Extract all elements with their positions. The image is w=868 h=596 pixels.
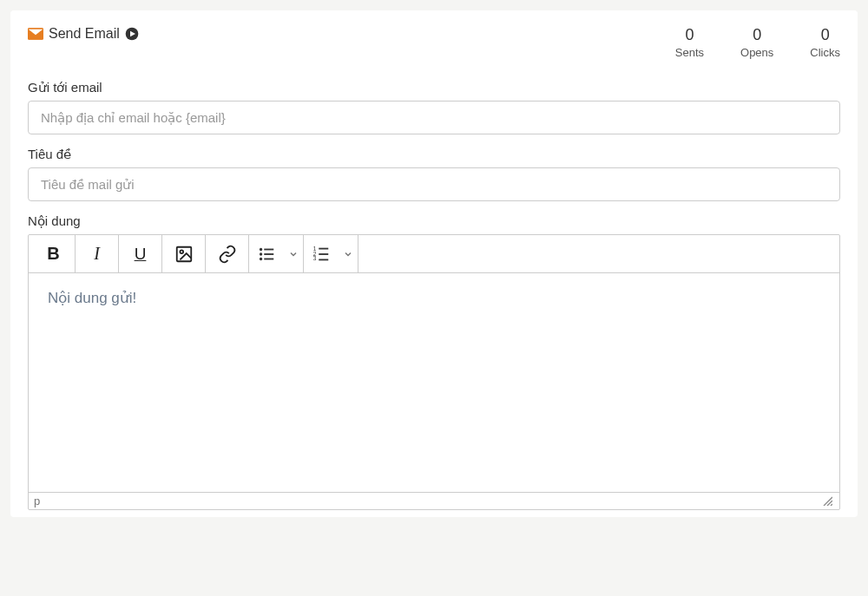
panel-title: Send Email xyxy=(49,26,120,42)
stat-opens-label: Opens xyxy=(740,46,773,59)
stat-opens-value: 0 xyxy=(740,26,773,44)
bold-icon: B xyxy=(47,244,59,264)
editor-toolbar: B I U xyxy=(29,235,839,273)
field-body-label: Nội dung xyxy=(28,213,840,229)
field-to: Gửi tới email xyxy=(28,80,840,134)
play-circle-icon[interactable] xyxy=(125,27,139,41)
image-icon xyxy=(174,245,194,264)
stat-sents-value: 0 xyxy=(675,26,704,44)
italic-icon: I xyxy=(94,244,100,264)
field-subject-label: Tiêu đề xyxy=(28,147,840,162)
stat-clicks-label: Clicks xyxy=(810,46,840,59)
image-button[interactable] xyxy=(162,235,206,273)
field-to-label: Gửi tới email xyxy=(28,80,840,95)
svg-rect-4 xyxy=(264,248,273,250)
italic-button[interactable]: I xyxy=(76,235,119,273)
link-icon xyxy=(218,245,237,264)
editor-element-path: p xyxy=(34,494,40,508)
svg-point-2 xyxy=(180,250,183,253)
envelope-icon xyxy=(28,28,43,40)
svg-point-5 xyxy=(260,252,262,255)
svg-rect-1 xyxy=(176,246,191,261)
subject-input[interactable] xyxy=(28,167,840,201)
email-to-input[interactable] xyxy=(28,101,840,134)
stat-sents-label: Sents xyxy=(675,46,704,59)
bold-button[interactable]: B xyxy=(32,235,76,273)
numbered-list-icon: 1 2 3 xyxy=(304,235,339,273)
svg-rect-8 xyxy=(264,258,273,259)
stat-clicks: 0 Clicks xyxy=(810,26,840,59)
stat-opens: 0 Opens xyxy=(740,26,773,59)
chevron-down-icon xyxy=(288,249,299,259)
bullet-list-button[interactable] xyxy=(249,235,304,273)
svg-line-17 xyxy=(831,504,832,506)
editor-statusbar: p xyxy=(29,492,839,509)
svg-rect-14 xyxy=(319,259,328,260)
underline-icon: U xyxy=(135,245,147,264)
link-button[interactable] xyxy=(206,235,249,273)
bullet-list-icon xyxy=(249,235,284,273)
stat-clicks-value: 0 xyxy=(810,26,840,44)
field-subject: Tiêu đề xyxy=(28,147,840,201)
resize-handle[interactable] xyxy=(822,495,834,508)
underline-button[interactable]: U xyxy=(119,235,162,273)
bullet-list-dropdown[interactable] xyxy=(284,235,303,273)
panel-header: Send Email 0 Sents 0 Opens 0 Clicks xyxy=(28,26,840,59)
stats-row: 0 Sents 0 Opens 0 Clicks xyxy=(675,26,840,59)
rich-text-editor: B I U xyxy=(28,234,840,510)
chevron-down-icon xyxy=(343,249,353,259)
send-email-panel: Send Email 0 Sents 0 Opens 0 Clicks xyxy=(10,10,858,517)
field-body: Nội dung B I U xyxy=(28,213,840,510)
svg-rect-10 xyxy=(319,247,328,249)
svg-rect-12 xyxy=(319,253,328,255)
stat-sents: 0 Sents xyxy=(675,26,704,59)
panel-title-block: Send Email xyxy=(28,26,139,42)
svg-text:3: 3 xyxy=(313,255,317,261)
numbered-list-button[interactable]: 1 2 3 xyxy=(304,235,358,273)
numbered-list-dropdown[interactable] xyxy=(339,235,358,273)
svg-point-3 xyxy=(260,247,262,250)
svg-point-7 xyxy=(260,257,262,259)
editor-body[interactable]: Nội dung gửi! xyxy=(29,273,839,492)
svg-rect-6 xyxy=(264,253,273,255)
